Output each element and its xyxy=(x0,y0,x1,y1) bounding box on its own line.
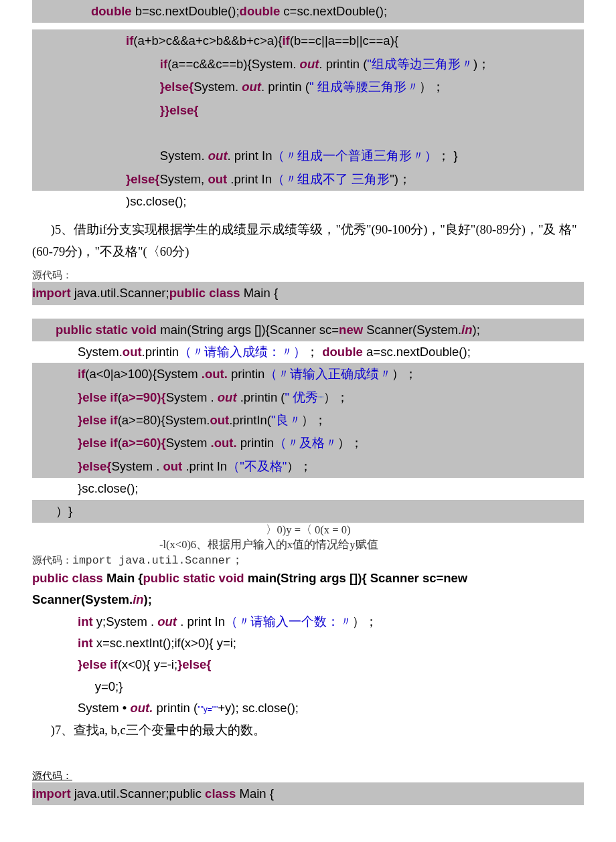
code-line: if(a+b>c&&a+c>b&&b+c>a){if(b==c||a==b||c… xyxy=(32,29,584,52)
code-line: System. out. print In（〃组成一个普通三角形〃）； } xyxy=(32,145,584,167)
text-line: -l(x<0)6、根据用户输入的x值的情况给y赋值 xyxy=(32,537,584,552)
code-line: import java.util.Scanner;public class Ma… xyxy=(32,782,584,805)
code-line: }else{System, out .print In（〃组成不了 三角形")； xyxy=(32,168,584,191)
code-line: System • out. printin (""y=""+y); sc.clo… xyxy=(32,697,584,719)
code-line: public class Main {public static void ma… xyxy=(32,568,584,611)
text-line: 〉0)y =〈 0(x = 0) xyxy=(32,523,584,537)
code-line xyxy=(32,122,584,145)
code-line: int y;System . out . print In（〃请输入一个数：〃）… xyxy=(32,611,584,633)
code-line: }else if(a>=90){System . out .printin ("… xyxy=(32,386,584,409)
text-line: 源代码：import java.util.Scanner； xyxy=(32,552,584,568)
code-line: }else if(x<0){ y=-i;}else{ xyxy=(32,654,584,675)
paragraph: )7、查找a, b,c三个变量中的最大的数。 xyxy=(32,720,584,741)
code-line: }else{System. out. printin (" 组成等腰三角形〃）； xyxy=(32,76,584,98)
code-line: }else{System . out .print In（"不及格"）； xyxy=(32,455,584,478)
label-source: 源代码： xyxy=(32,269,584,282)
code-line: y=0;} xyxy=(32,676,584,697)
code-line: ）} xyxy=(32,500,584,523)
label-source-link: 源代码： xyxy=(32,768,584,782)
code-line: )sc.close(); xyxy=(32,191,584,212)
code-line: public static void main(String args []){… xyxy=(32,319,584,341)
code-line: }else if(a>=60){System .out. printin（〃及格… xyxy=(32,432,584,454)
code-line: }sc.close(); xyxy=(32,478,584,499)
code-line: System.out.printin（〃请输入成绩：〃）； double a=s… xyxy=(32,341,584,363)
code-line: }}else{ xyxy=(32,99,584,122)
code-line: if(a==c&&c==b){System. out. printin ("组成… xyxy=(32,53,584,76)
code-line: import java.util.Scanner;public class Ma… xyxy=(32,282,584,305)
code-line: }else if(a>=80){System.out.printIn("良〃）； xyxy=(32,409,584,432)
paragraph: )5、借助if分支实现根据学生的成绩显示成绩等级，"优秀"(90-100分)，"… xyxy=(32,219,584,262)
code-line: double b=sc.nextDouble();double c=sc.nex… xyxy=(32,0,584,23)
code-line: if(a<0|a>100){System .out. printin（〃请输入正… xyxy=(32,363,584,386)
code-line: int x=sc.nextInt();if(x>0){ y=i; xyxy=(32,633,584,654)
